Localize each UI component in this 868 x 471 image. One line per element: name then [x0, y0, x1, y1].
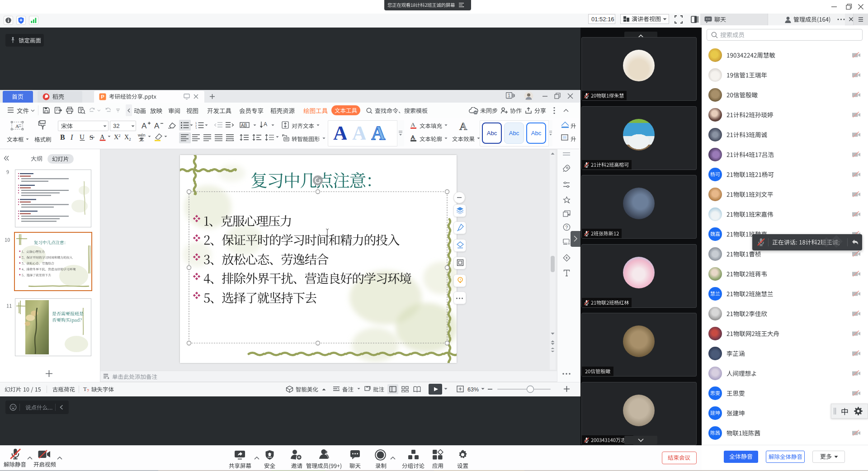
svg-text:3: 3 [195, 127, 197, 129]
svg-text:AB: AB [241, 123, 247, 128]
svg-text:A: A [371, 122, 386, 144]
svg-text:A: A [142, 122, 147, 130]
svg-text:A: A [333, 122, 347, 144]
svg-text:B: B [60, 133, 65, 141]
svg-text:A: A [264, 121, 267, 127]
svg-text:2: 2 [118, 133, 121, 138]
svg-text:X: X [114, 134, 118, 141]
svg-text:1: 1 [508, 93, 510, 98]
svg-text:A: A [15, 123, 19, 129]
svg-text:A: A [411, 134, 415, 141]
svg-text:U: U [80, 133, 85, 141]
svg-text:2: 2 [129, 137, 131, 141]
svg-text:?: ? [87, 388, 89, 392]
svg-text:A: A [100, 133, 105, 141]
svg-text:X: X [124, 134, 129, 141]
svg-text:A: A [459, 120, 467, 132]
svg-text:T: T [83, 386, 87, 392]
svg-text:P: P [101, 94, 104, 99]
svg-text:I: I [71, 133, 73, 141]
svg-text:A: A [154, 122, 160, 130]
svg-text:A: A [352, 122, 366, 144]
svg-text:A: A [411, 121, 415, 128]
svg-text:?: ? [565, 225, 568, 230]
